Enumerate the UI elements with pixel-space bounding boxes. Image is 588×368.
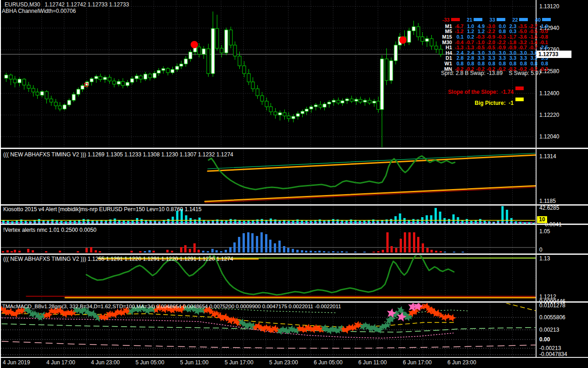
matrix-cell: 3.0 [527, 50, 537, 56]
matrix-cell: 0.8 [527, 61, 537, 66]
big-picture-label: Big Picture: [475, 100, 505, 106]
matrix-cell: -3.2 [516, 40, 527, 45]
current-price-box: 1.12733 [537, 51, 571, 58]
scale-tick-label: 42.6285 [539, 205, 559, 211]
matrix-cell: 3.0 [516, 50, 527, 56]
scale-tick-label: -0.0047834 [539, 351, 567, 357]
scale-tick-label: 1.1314 [539, 153, 556, 160]
matrix-header-bar [451, 18, 460, 21]
timeframe-label: M30 [438, 40, 452, 45]
matrix-cell: -3.0 [485, 23, 495, 29]
matrix-cell: 3.3 [527, 55, 537, 61]
time-axis-label: 6 Jun 23:00 [447, 359, 476, 366]
matrix-cell: 0.0 [495, 23, 506, 29]
scale-tick-label: 0.0101278 [539, 302, 565, 309]
matrix-cell: 0.8 [453, 61, 464, 66]
scale-tick-label: 1.13 [539, 255, 550, 262]
matrix-cell: 0.8 [506, 61, 516, 66]
matrix-cell: 2.3 [506, 23, 516, 29]
time-axis-label: 4 Jun 23:00 [91, 359, 120, 366]
time-axis-label: 5 Jun 05:00 [136, 359, 164, 366]
panel-separator[interactable] [1, 148, 588, 149]
scale-tick-label: 0.00 [539, 336, 550, 343]
matrix-cell: 2.4 [453, 50, 464, 56]
time-axis-label: 5 Jun 17:00 [225, 359, 254, 366]
matrix-cell: 3.3 [516, 55, 527, 61]
matrix-cell: 2.4 [464, 50, 474, 56]
matrix-header: -3321332240 [438, 17, 552, 23]
timeframe-matrix: -3321332240M1-6.71.04.9-3.00.02.3-3.5-2.… [438, 17, 552, 71]
matrix-cell: -0.5 [474, 45, 485, 50]
big-picture-swatch [515, 98, 524, 101]
matrix-cell: 0.8 [537, 61, 548, 66]
matrix-cell: 0.8 [516, 61, 527, 66]
matrix-cell: -0.7 [527, 45, 537, 50]
matrix-cell: 1.2 [474, 29, 485, 34]
timeframe-label: M5 [438, 29, 452, 34]
time-axis-label: 4 Jun 17:00 [46, 359, 75, 366]
matrix-cell: -1.3 [464, 45, 474, 50]
kiosotto-label: Kiosotto 2015 v4 Alert [mobidik]ms-nrp E… [3, 207, 202, 213]
matrix-cell: -0.5 [485, 45, 495, 50]
matrix-row-M5: M5-1.21.21.2-2.20.80.3-5.0-0.5-0.0 [438, 29, 552, 34]
timeframe-label: W1 [438, 61, 452, 66]
matrix-cell: -1.3 [453, 45, 464, 50]
matrix-cell: 0.8 [474, 61, 485, 66]
panel-separator [1, 357, 588, 358]
matrix-cell: 3.3 [474, 55, 485, 61]
matrix-cell: -0.4 [453, 40, 464, 45]
matrix-header-value: 33 [484, 17, 495, 23]
matrix-cell: -1.0 [474, 40, 485, 45]
matrix-cell: -0.8 [537, 34, 548, 40]
matrix-cell: 4.9 [474, 23, 485, 29]
time-axis-label: 5 Jun 11:00 [180, 359, 209, 366]
matrix-cell: -2.2 [495, 40, 506, 45]
time-axis-label: 6 Jun 17:00 [403, 359, 432, 366]
time-axis-label: 6 Jun 11:00 [358, 359, 387, 366]
scale-tick-label: -0.00213 [539, 345, 561, 351]
panel-separator[interactable] [1, 204, 588, 206]
matrix-row-H1: H1-1.3-1.3-0.5-0.5-0.9-0.9-0.7-0.72.5 [438, 45, 552, 50]
matrix-cell: 1.2 [464, 29, 474, 34]
matrix-cell: -3.6 [516, 34, 527, 40]
panel-separator[interactable] [1, 301, 588, 303]
abhafxs-timing-2-label: ((( NEW ABHAFXS TIMING V2 ))) 1.1255 1.1… [3, 256, 233, 262]
matrix-cell: -2.2 [485, 29, 495, 34]
matrix-cell: -2.7 [527, 23, 537, 29]
matrix-cell: -1.7 [506, 34, 516, 40]
time-axis-label: 6 Jun 05:00 [314, 359, 343, 366]
matrix-header-value: 21 [461, 17, 473, 23]
matrix-cell: -0.1 [537, 40, 548, 45]
matrix-header-value: 22 [507, 17, 518, 23]
tmacmacd-panel[interactable] [1, 303, 536, 357]
matrix-cell: 0.8 [495, 29, 506, 34]
panel-separator[interactable] [1, 253, 588, 255]
spread-swap-line: Sprd: 2.8 B Swap: -13.89 S Swap: 5.97 [441, 70, 542, 76]
matrix-header-value: 40 [529, 17, 541, 23]
matrix-row-M15: M150.10.2-0.3-0.9-0.3-1.7-3.6-1.6-0.8 [438, 34, 552, 40]
matrix-row-D1: D12.82.83.33.33.33.33.33.33.3 [438, 56, 552, 61]
tmacmacd-label: TMAcMACD_BBv1.28gm(3, 332,B=34,D=1.62,ST… [2, 304, 341, 310]
matrix-cell: 1.0 [464, 23, 474, 29]
matrix-cell: 3.0 [506, 50, 516, 56]
matrix-cell: 2.8 [464, 55, 474, 61]
matrix-cell: 0.8 [485, 61, 495, 66]
abhafxs-2-panel[interactable] [1, 255, 536, 301]
matrix-cell: -0.9 [495, 45, 506, 50]
matrix-row-H4: H42.42.43.03.03.03.03.03.03.0 [438, 50, 552, 56]
matrix-cell: 0.2 [464, 34, 474, 40]
matrix-cell: -1.2 [453, 29, 464, 34]
matrix-cell: -6.7 [453, 23, 464, 29]
scale-tick-label: 0 [539, 247, 543, 253]
abhafxs-1-panel[interactable] [1, 150, 536, 204]
matrix-header-value: -33 [438, 17, 450, 23]
matrix-row-M30: M30-0.4-0.7-1.0-2.0-2.2-1.8-3.2-1.4-0.1 [438, 40, 552, 45]
abha-channelwidth-label: ABHA ChannelWidth=0.00706 [2, 8, 76, 14]
matrix-cell: -5.0 [516, 29, 527, 34]
big-picture-line: Big Picture: -1 [442, 93, 514, 113]
matrix-cell: -0.7 [516, 45, 527, 50]
scale-tick-label: 0.00213 [539, 327, 559, 333]
matrix-header-bar [542, 18, 551, 21]
matrix-cell: 3.3 [506, 55, 516, 61]
scale-tick-label: 1.12400 [539, 90, 559, 97]
